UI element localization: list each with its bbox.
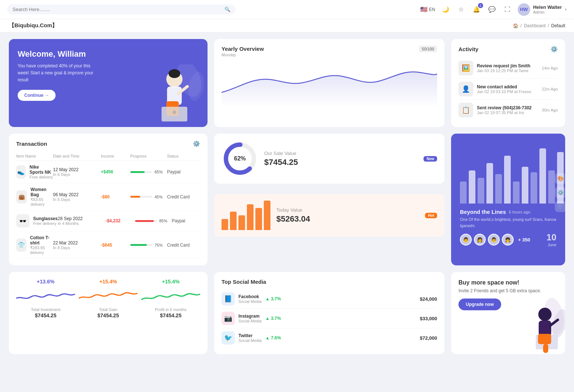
social-info: Facebook Social Media xyxy=(238,294,262,304)
avatar-1: 👨 xyxy=(460,234,472,246)
activity-item-sub: Jan 02 19 03:10 PM at Fresno xyxy=(477,89,531,94)
social-amount: $24,000 xyxy=(420,296,437,302)
welcome-desc: You have completed 40% of your this week… xyxy=(18,63,99,84)
avatar-4: 👧 xyxy=(502,234,514,246)
beyond-bar-item xyxy=(522,167,528,204)
chevron-down-icon: ▾ xyxy=(565,7,567,11)
stat-value: $7454.25 xyxy=(35,312,56,318)
cart-icon[interactable]: 🛒 xyxy=(555,201,565,212)
stat-pct: +13.6% xyxy=(37,279,54,285)
col-progress: Progress xyxy=(130,154,167,158)
beyond-bar xyxy=(478,178,484,204)
activity-text: Sent review (504)236-7302 Jan 02 19 07:3… xyxy=(477,105,532,115)
welcome-card: Welcome, William You have completed 40% … xyxy=(9,39,208,127)
search-input[interactable] xyxy=(13,7,222,12)
yearly-day: Monday xyxy=(222,53,264,57)
language-selector[interactable]: 🇺🇸 EN xyxy=(420,7,435,12)
item-icon: 👕 xyxy=(16,239,26,252)
social-name: Twitter xyxy=(238,333,262,338)
fullscreen-icon[interactable]: ⛶ xyxy=(502,4,513,15)
social-type: Social Media xyxy=(238,338,262,343)
plus-count: + 350 xyxy=(518,237,530,243)
item-name: Cotton T-shirt xyxy=(30,235,53,246)
social-row: 📷 Instagram Social Media ▲ 3.7% $33,000 xyxy=(222,309,437,328)
activity-settings-icon[interactable]: ⚙️ xyxy=(550,46,558,53)
beyond-bar xyxy=(504,156,511,204)
messages-icon[interactable]: 💬 xyxy=(487,4,497,15)
donut-chart: 62% xyxy=(222,140,258,177)
beyond-bar-item xyxy=(486,163,493,204)
breadcrumb-current: Default xyxy=(551,23,565,28)
user-menu[interactable]: HW Helen Walter Admin ▾ xyxy=(518,3,567,16)
today-bar xyxy=(222,219,228,230)
item-icon: 👟 xyxy=(16,165,26,179)
middle-column: 62% Our Sale Value $7454.25 New Today Va… xyxy=(214,134,444,265)
item-date: 22 Mar 2022 In 8 Days xyxy=(53,240,101,250)
beyond-bar-item xyxy=(469,170,475,204)
activity-item-title: Review request jim Smith xyxy=(477,63,530,68)
social-card: Top Social Media 📘 Facebook Social Media… xyxy=(214,272,444,354)
beyond-bar xyxy=(495,174,502,204)
stat-item: +15.4% Total Gain $7454.25 xyxy=(79,279,138,347)
continue-button[interactable]: Continue → xyxy=(18,90,56,101)
beyond-bar-item xyxy=(460,181,467,204)
item-name: Nike Sports NK xyxy=(29,165,53,175)
table-row: 👕 Cotton T-shirt ₹283.65 delivery 22 Mar… xyxy=(16,232,200,259)
search-icon: 🔍 xyxy=(224,7,230,12)
upgrade-button[interactable]: Upgrade now xyxy=(458,299,501,310)
activity-title: Activity xyxy=(458,46,478,52)
item-income: -$645 xyxy=(101,243,130,248)
breadcrumb-separator: / xyxy=(521,23,522,28)
item-progress: 85% xyxy=(135,219,172,223)
activity-item: 🖼️ Review request jim Smith Jan 03 19 12… xyxy=(458,58,558,79)
beyond-title: Beyond the Lines xyxy=(460,209,506,215)
beyond-card: Beyond the Lines 6 hours ago One Of the … xyxy=(451,134,565,265)
transaction-settings-icon[interactable]: ⚙️ xyxy=(193,140,200,147)
item-name: Women Bag xyxy=(31,187,53,197)
breadcrumb-dashboard[interactable]: Dashboard xyxy=(524,23,546,28)
upgrade-desc: Invite 2 Friends and get 5 GB extra spac… xyxy=(458,288,558,293)
yearly-badge: 50/100 xyxy=(419,46,437,52)
activity-item: 📋 Sent review (504)236-7302 Jan 02 19 07… xyxy=(458,100,558,120)
social-row: 📘 Facebook Social Media ▲ 3.7% $24,000 xyxy=(222,289,437,309)
stat-value: $7454.25 xyxy=(98,312,119,318)
sale-value-card: 62% Our Sale Value $7454.25 New xyxy=(214,134,444,184)
new-badge: New xyxy=(424,156,437,162)
beyond-bar xyxy=(531,172,537,204)
donut-label: 62% xyxy=(234,155,246,162)
activity-thumb: 🖼️ xyxy=(458,61,473,75)
beyond-time: 6 hours ago xyxy=(509,210,530,214)
lang-label: EN xyxy=(429,7,435,12)
theme-toggle[interactable]: 🌙 xyxy=(440,4,451,15)
sparkline xyxy=(141,287,200,305)
star-icon[interactable]: ☆ xyxy=(456,4,466,15)
svg-rect-17 xyxy=(543,344,548,353)
first-row: Welcome, William You have completed 40% … xyxy=(0,32,574,134)
beyond-bar xyxy=(486,163,493,204)
search-box[interactable]: 🔍 xyxy=(7,4,235,14)
item-status: Credit Card xyxy=(167,194,200,199)
notifications-icon[interactable]: 🔔 1 xyxy=(471,4,482,15)
social-change: ▲ 7.6% xyxy=(265,335,281,340)
paint-icon[interactable]: 🎨 xyxy=(555,173,565,184)
item-income: +$456 xyxy=(101,169,130,174)
beyond-bar xyxy=(548,170,555,204)
upgrade-title: Buy more space now! xyxy=(458,279,558,286)
today-bar xyxy=(230,212,237,230)
item-progress: 45% xyxy=(130,195,167,199)
yearly-chart xyxy=(222,59,437,107)
sparkline xyxy=(16,287,75,305)
table-row: 👜 Women Bag ₹83.65 delivery 06 May 2022 … xyxy=(16,183,200,211)
table-row: 🕶️ Sunglasses Free delivery 28 Sep 2022 … xyxy=(16,211,200,232)
stat-item: +15.4% Profit in 6 months $7454.25 xyxy=(141,279,200,347)
today-bar xyxy=(238,215,245,230)
today-bar xyxy=(255,208,262,230)
item-status: Paypal xyxy=(167,169,200,174)
settings-icon2[interactable]: ⚙️ xyxy=(555,187,565,198)
beyond-bar xyxy=(513,181,520,204)
social-type: Social Media xyxy=(238,319,262,323)
brand-name: 【Biqubiqu.Com】 xyxy=(9,22,57,29)
social-name: Facebook xyxy=(238,294,262,299)
activity-time: 14m Ago xyxy=(542,66,558,70)
svg-point-7 xyxy=(173,110,176,114)
